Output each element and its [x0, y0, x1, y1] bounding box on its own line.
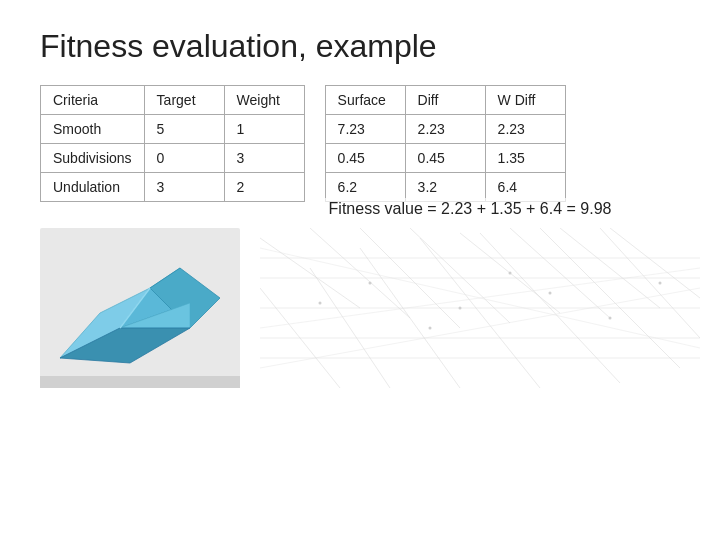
col-header-target: Target [144, 86, 224, 115]
weight-undulation: 2 [224, 173, 304, 202]
surface-table: Surface Diff W Diff 7.23 2.23 2.23 0.45 … [325, 85, 566, 202]
target-smooth: 5 [144, 115, 224, 144]
svg-line-18 [510, 228, 610, 318]
svg-point-31 [369, 282, 372, 285]
wdiff-row1: 2.23 [485, 115, 565, 144]
col-header-weight: Weight [224, 86, 304, 115]
diff-row1: 2.23 [405, 115, 485, 144]
svg-point-37 [509, 272, 512, 275]
criteria-smooth: Smooth [41, 115, 145, 144]
svg-line-20 [610, 228, 700, 298]
svg-line-29 [260, 288, 700, 368]
3d-shape-illustration [40, 228, 240, 388]
svg-line-13 [260, 238, 360, 308]
svg-line-14 [310, 228, 410, 318]
svg-point-36 [609, 317, 612, 320]
svg-line-24 [420, 238, 540, 388]
wdiff-row2: 1.35 [485, 144, 565, 173]
svg-point-33 [549, 292, 552, 295]
svg-rect-7 [40, 376, 240, 388]
svg-point-34 [429, 327, 432, 330]
col-header-surface: Surface [325, 86, 405, 115]
diff-row2: 0.45 [405, 144, 485, 173]
criteria-subdivisions: Subdivisions [41, 144, 145, 173]
col-header-criteria: Criteria [41, 86, 145, 115]
svg-point-32 [459, 307, 462, 310]
svg-line-30 [260, 248, 700, 348]
fitness-value-text: Fitness value = 2.23 + 1.35 + 6.4 = 9.98 [323, 198, 618, 219]
col-header-diff: Diff [405, 86, 485, 115]
col-header-wdiff: W Diff [485, 86, 565, 115]
svg-point-38 [659, 282, 662, 285]
criteria-undulation: Undulation [41, 173, 145, 202]
target-subdivisions: 0 [144, 144, 224, 173]
criteria-table: Criteria Target Weight Smooth 5 1 Subdiv… [40, 85, 305, 202]
surface-row2: 0.45 [325, 144, 405, 173]
weight-smooth: 1 [224, 115, 304, 144]
weight-subdivisions: 3 [224, 144, 304, 173]
svg-line-19 [560, 228, 660, 308]
svg-point-35 [319, 302, 322, 305]
svg-line-22 [310, 268, 390, 388]
svg-line-27 [600, 228, 700, 338]
surface-row1: 7.23 [325, 115, 405, 144]
target-undulation: 3 [144, 173, 224, 202]
svg-line-26 [540, 228, 680, 368]
page-title: Fitness evaluation, example [0, 0, 720, 85]
